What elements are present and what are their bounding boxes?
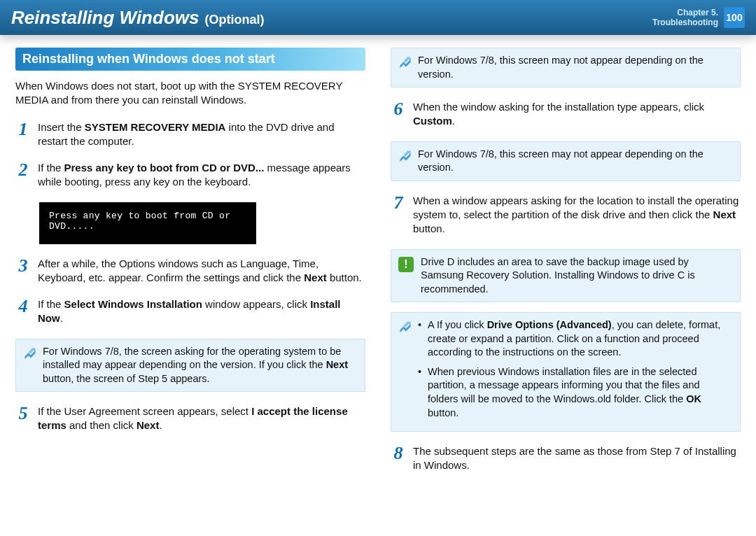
- text: When the window asking for the installat…: [413, 101, 704, 113]
- text: .: [452, 115, 455, 127]
- alert-body: Drive D includes an area to save the bac…: [421, 255, 733, 297]
- text: window appears, click: [202, 298, 310, 310]
- text: When a window appears asking for the loc…: [413, 195, 738, 220]
- step-body: If the Select Windows Installation windo…: [38, 297, 365, 326]
- step-7: 7 When a window appears asking for the l…: [391, 194, 741, 237]
- text: After a while, the Options windows such …: [38, 258, 318, 283]
- note-icon: [398, 55, 412, 69]
- step-body: The subsequent steps are the same as tho…: [413, 444, 741, 473]
- right-column: For Windows 7/8, this screen may not app…: [391, 48, 741, 486]
- step-body: After a while, the Options windows such …: [38, 257, 365, 285]
- section-heading: Reinstalling when Windows does not start: [15, 48, 365, 71]
- note-body: For Windows 7/8, this screen may not app…: [418, 148, 733, 175]
- chapter-label: Chapter 5. Troubleshooting: [652, 8, 718, 28]
- step-number: 8: [391, 444, 406, 473]
- step-body: Insert the SYSTEM RECOVERY MEDIA into th…: [38, 120, 365, 149]
- step-number: 4: [15, 297, 31, 326]
- bold-text: Select Windows Installation: [64, 298, 202, 310]
- step-number: 2: [15, 161, 31, 190]
- boot-prompt-image: Press any key to boot from CD or DVD....…: [39, 202, 256, 244]
- bold-text: SYSTEM RECOVERY MEDIA: [85, 121, 226, 133]
- intro-paragraph: When Windows does not start, boot up wit…: [15, 79, 365, 108]
- header-title-group: Reinstalling Windows (Optional): [11, 7, 264, 29]
- text: button.: [413, 223, 445, 234]
- step-5: 5 If the User Agreement screen appears, …: [15, 404, 365, 433]
- note-step5b: For Windows 7/8, this screen may not app…: [391, 48, 741, 87]
- step-2: 2 If the Press any key to boot from CD o…: [15, 161, 365, 190]
- bold-text: OK: [686, 393, 701, 404]
- text: A If you click: [428, 319, 487, 330]
- step-body: If the Press any key to boot from CD or …: [38, 161, 365, 190]
- note-body: For Windows 7/8, this screen may not app…: [418, 54, 733, 81]
- content-columns: Reinstalling when Windows does not start…: [0, 48, 756, 486]
- page-number-badge: 100: [724, 7, 745, 28]
- text: button, the screen of Step 5 appears.: [43, 373, 210, 384]
- note-icon: [398, 149, 412, 163]
- bold-text: Drive Options (Advanced): [487, 319, 612, 330]
- step-6: 6 When the window asking for the install…: [391, 100, 741, 129]
- list-item: When previous Windows installation files…: [418, 365, 733, 420]
- step-number: 7: [391, 194, 406, 237]
- text: and then click: [66, 419, 136, 431]
- step-number: 5: [15, 404, 31, 433]
- header-meta: Chapter 5. Troubleshooting 100: [652, 7, 745, 28]
- text: Insert the: [38, 121, 85, 133]
- note-bullet-list: A If you click Drive Options (Advanced),…: [418, 318, 733, 425]
- text: If the User Agreement screen appears, se…: [38, 405, 251, 417]
- note-bullets: A If you click Drive Options (Advanced),…: [391, 312, 741, 432]
- note-icon: [398, 320, 412, 334]
- step-1: 1 Insert the SYSTEM RECOVERY MEDIA into …: [15, 120, 365, 149]
- step-number: 6: [391, 100, 406, 129]
- note-icon: [23, 346, 37, 360]
- step-body: When a window appears asking for the loc…: [413, 194, 741, 237]
- bold-text: Custom: [413, 115, 452, 127]
- bold-text: Next: [713, 209, 736, 220]
- text: button.: [327, 271, 362, 283]
- step-8: 8 The subsequent steps are the same as t…: [391, 444, 741, 473]
- text: .: [60, 312, 63, 324]
- page-title-main: Reinstalling Windows: [11, 7, 199, 29]
- text: When previous Windows installation files…: [428, 366, 700, 404]
- chapter-line2: Troubleshooting: [652, 17, 718, 27]
- left-column: Reinstalling when Windows does not start…: [15, 48, 365, 486]
- list-item: A If you click Drive Options (Advanced),…: [418, 318, 733, 360]
- note-step6b: For Windows 7/8, this screen may not app…: [391, 141, 741, 181]
- text: button.: [428, 407, 458, 418]
- bold-text: Next: [304, 271, 327, 283]
- step-number: 1: [15, 120, 31, 149]
- alert-icon: !: [398, 257, 414, 272]
- bold-text: Next: [136, 419, 160, 431]
- text: If the: [38, 298, 64, 310]
- bold-text: Press any key to boot from CD or DVD...: [64, 162, 265, 174]
- step-4: 4 If the Select Windows Installation win…: [15, 297, 365, 326]
- page-header: Reinstalling Windows (Optional) Chapter …: [0, 0, 756, 35]
- note-body: For Windows 7/8, the screen asking for t…: [43, 345, 358, 386]
- text: For Windows 7/8, the screen asking for t…: [43, 346, 341, 371]
- step-number: 3: [15, 257, 31, 285]
- note-step4: For Windows 7/8, the screen asking for t…: [15, 339, 365, 393]
- text: .: [159, 419, 162, 431]
- step-body: When the window asking for the installat…: [413, 100, 741, 129]
- bold-text: Next: [326, 359, 348, 370]
- text: If the: [38, 162, 64, 174]
- step-3: 3 After a while, the Options windows suc…: [15, 257, 365, 285]
- chapter-line1: Chapter 5.: [652, 8, 718, 17]
- alert-drive-d: ! Drive D includes an area to save the b…: [391, 249, 741, 303]
- step-body: If the User Agreement screen appears, se…: [38, 404, 365, 433]
- page-title-sub: (Optional): [204, 13, 264, 27]
